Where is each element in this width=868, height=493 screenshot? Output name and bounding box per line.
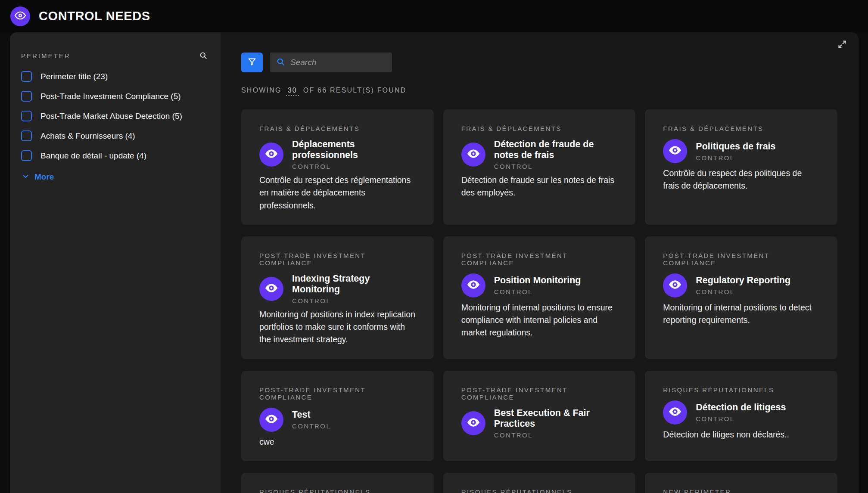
- eye-icon: [264, 146, 279, 163]
- card-description: cwe: [259, 436, 416, 448]
- card-title: Déplacements professionnels: [292, 139, 416, 161]
- filters-sidebar: PERIMETER Perimeter title (23) Post-Trad…: [10, 32, 221, 493]
- filter-label: Post-Trade Investment Compliance (5): [40, 92, 181, 101]
- filter-checkbox[interactable]: [21, 150, 32, 161]
- expand-icon[interactable]: [837, 39, 847, 50]
- eye-icon: [466, 415, 481, 431]
- results-panel: SHOWING 30 OF 66 RESULT(S) FOUND FRAIS &…: [221, 32, 859, 493]
- card-avatar: [259, 277, 283, 301]
- card-type-label: CONTROL: [292, 422, 331, 430]
- results-summary: SHOWING 30 OF 66 RESULT(S) FOUND: [241, 87, 837, 96]
- card-category: FRAIS & DÉPLACEMENTS: [461, 125, 618, 132]
- card-type-label: CONTROL: [292, 163, 416, 170]
- perimeter-filter-item[interactable]: Post-Trade Market Abuse Detection (5): [21, 111, 208, 121]
- control-need-card[interactable]: POST-TRADE INVESTMENT COMPLIANCE Indexin…: [241, 236, 434, 359]
- perimeter-filter-item[interactable]: Post-Trade Investment Compliance (5): [21, 91, 208, 102]
- card-category: FRAIS & DÉPLACEMENTS: [663, 125, 819, 132]
- card-avatar: [663, 400, 687, 425]
- card-title: Position Monitoring: [494, 275, 581, 286]
- filter-label: Perimeter title (23): [40, 72, 108, 81]
- eye-icon: [668, 143, 682, 159]
- card-main: Best Execution & Fair Practices CONTROL: [461, 408, 618, 439]
- control-need-card[interactable]: RISQUES RÉPUTATIONNELS Veille interne CO…: [241, 473, 434, 493]
- card-main: Indexing Strategy Monitoring CONTROL: [259, 273, 416, 304]
- card-type-label: CONTROL: [292, 297, 416, 304]
- card-category: RISQUES RÉPUTATIONNELS: [461, 488, 618, 493]
- chevron-down-icon: [22, 173, 29, 182]
- filter-checkbox[interactable]: [21, 71, 32, 82]
- control-need-card[interactable]: FRAIS & DÉPLACEMENTS Politiques de frais…: [645, 109, 837, 225]
- eye-icon: [264, 281, 279, 297]
- card-type-label: CONTROL: [696, 154, 775, 161]
- card-heading: Détection de litigess CONTROL: [696, 402, 786, 422]
- results-count-selector[interactable]: 30: [286, 87, 299, 96]
- app-logo: [10, 6, 30, 26]
- card-description: Contrôle du respect des réglementations …: [259, 174, 416, 212]
- card-description: Monitoring of internal positions to dete…: [663, 301, 819, 327]
- card-main: Détection de fraude de notes de frais CO…: [461, 139, 618, 170]
- card-description: Monitoring of positions in index replica…: [259, 308, 416, 346]
- search-box: [270, 53, 392, 72]
- card-avatar: [259, 143, 283, 167]
- card-avatar: [461, 273, 485, 298]
- control-need-card[interactable]: POST-TRADE INVESTMENT COMPLIANCE Positio…: [443, 236, 636, 359]
- card-description: Détection de fraude sur les notes de fra…: [461, 174, 618, 199]
- control-need-card[interactable]: FRAIS & DÉPLACEMENTS Détection de fraude…: [443, 109, 636, 225]
- filter-label: Achats & Fournisseurs (4): [40, 131, 135, 141]
- card-type-label: CONTROL: [494, 288, 581, 295]
- card-title: Détection de litigess: [696, 402, 786, 413]
- control-need-card[interactable]: POST-TRADE INVESTMENT COMPLIANCE Regulat…: [645, 236, 837, 359]
- card-type-label: CONTROL: [696, 415, 786, 422]
- card-avatar: [663, 273, 687, 298]
- sidebar-head: PERIMETER: [21, 51, 208, 60]
- card-main: Regulatory Reporting CONTROL: [663, 273, 819, 298]
- perimeter-filter-item[interactable]: Banque de détail - update (4): [21, 150, 208, 161]
- perimeter-filter-item[interactable]: Achats & Fournisseurs (4): [21, 130, 208, 141]
- search-input[interactable]: [290, 58, 386, 67]
- card-main: Test CONTROL: [259, 408, 416, 432]
- content-row: PERIMETER Perimeter title (23) Post-Trad…: [0, 32, 868, 493]
- card-description: Monitoring of internal positions to ensu…: [461, 301, 618, 339]
- card-main: Position Monitoring CONTROL: [461, 273, 618, 298]
- filter-checkbox[interactable]: [21, 91, 32, 102]
- card-avatar: [663, 139, 687, 163]
- card-avatar: [259, 408, 283, 432]
- page-title: CONTROL NEEDS: [39, 9, 150, 23]
- search-icon: [276, 57, 285, 68]
- control-need-card[interactable]: NEW PERIMETER New control need CONTROL: [645, 473, 837, 493]
- card-category: POST-TRADE INVESTMENT COMPLIANCE: [461, 386, 618, 401]
- card-title: Test: [292, 409, 331, 420]
- filter-checkbox[interactable]: [21, 130, 32, 141]
- control-need-card[interactable]: RISQUES RÉPUTATIONNELS Détection de liti…: [645, 371, 837, 461]
- results-prefix: SHOWING: [241, 87, 282, 94]
- funnel-icon: [247, 57, 257, 68]
- card-title: Politiques de frais: [696, 141, 775, 152]
- card-description: Contrôle du respect des politiques de fr…: [663, 167, 819, 192]
- perimeter-filter-item[interactable]: Perimeter title (23): [21, 71, 208, 82]
- card-type-label: CONTROL: [494, 163, 618, 170]
- eye-icon: [264, 412, 279, 428]
- eye-icon: [466, 146, 481, 163]
- card-heading: Position Monitoring CONTROL: [494, 275, 581, 295]
- card-main: Déplacements professionnels CONTROL: [259, 139, 416, 170]
- app-header: CONTROL NEEDS: [0, 0, 868, 32]
- filter-label: Post-Trade Market Abuse Detection (5): [40, 112, 182, 121]
- card-heading: Déplacements professionnels CONTROL: [292, 139, 416, 170]
- control-need-card[interactable]: POST-TRADE INVESTMENT COMPLIANCE Test CO…: [241, 371, 434, 461]
- control-need-card[interactable]: RISQUES RÉPUTATIONNELS Veille publique C…: [443, 473, 636, 493]
- card-main: Détection de litigess CONTROL: [663, 400, 819, 425]
- more-filters-toggle[interactable]: More: [22, 172, 208, 182]
- eye-icon: [466, 277, 481, 294]
- perimeter-filter-list: Perimeter title (23) Post-Trade Investme…: [21, 71, 208, 161]
- control-need-card[interactable]: FRAIS & DÉPLACEMENTS Déplacements profes…: [241, 109, 434, 225]
- filter-button[interactable]: [241, 53, 263, 72]
- filter-checkbox[interactable]: [21, 111, 32, 121]
- control-need-card[interactable]: POST-TRADE INVESTMENT COMPLIANCE Best Ex…: [443, 371, 636, 461]
- card-type-label: CONTROL: [494, 431, 618, 439]
- card-type-label: CONTROL: [696, 288, 790, 295]
- card-category: RISQUES RÉPUTATIONNELS: [259, 488, 416, 493]
- card-heading: Regulatory Reporting CONTROL: [696, 275, 790, 295]
- sidebar-search-icon[interactable]: [199, 51, 208, 60]
- eye-icon: [668, 277, 682, 294]
- results-suffix: OF 66 RESULT(S) FOUND: [303, 87, 407, 94]
